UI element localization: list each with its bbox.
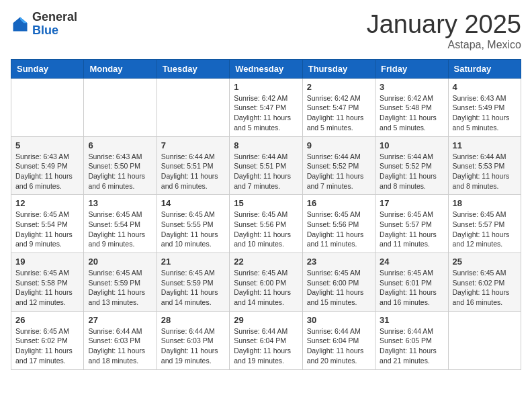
- calendar-week-2: 5Sunrise: 6:43 AMSunset: 5:49 PMDaylight…: [11, 136, 521, 195]
- calendar-cell: 14Sunrise: 6:45 AMSunset: 5:55 PMDayligh…: [157, 195, 229, 253]
- day-number: 21: [161, 257, 225, 267]
- weekday-header-tuesday: Tuesday: [157, 59, 229, 78]
- weekday-header-monday: Monday: [84, 59, 157, 78]
- day-info: Sunrise: 6:43 AMSunset: 5:49 PMDaylight:…: [453, 93, 517, 133]
- logo-blue-text: Blue: [32, 24, 58, 37]
- title-block: January 2025 Astapa, Mexico: [367, 11, 521, 51]
- calendar-cell: 6Sunrise: 6:43 AMSunset: 5:50 PMDaylight…: [84, 136, 157, 195]
- day-info: Sunrise: 6:45 AMSunset: 5:54 PMDaylight:…: [88, 210, 152, 249]
- calendar-cell: 13Sunrise: 6:45 AMSunset: 5:54 PMDayligh…: [84, 195, 157, 253]
- calendar-cell: 8Sunrise: 6:44 AMSunset: 5:51 PMDaylight…: [230, 136, 302, 195]
- calendar-cell: 20Sunrise: 6:45 AMSunset: 5:59 PMDayligh…: [84, 253, 157, 312]
- day-info: Sunrise: 6:45 AMSunset: 5:55 PMDaylight:…: [161, 210, 225, 249]
- calendar-cell: 1Sunrise: 6:42 AMSunset: 5:47 PMDaylight…: [230, 78, 302, 136]
- weekday-header-friday: Friday: [375, 59, 448, 78]
- day-info: Sunrise: 6:45 AMSunset: 5:58 PMDaylight:…: [15, 268, 79, 308]
- calendar-header-row: SundayMondayTuesdayWednesdayThursdayFrid…: [11, 59, 521, 78]
- day-info: Sunrise: 6:43 AMSunset: 5:49 PMDaylight:…: [15, 152, 79, 191]
- day-info: Sunrise: 6:44 AMSunset: 5:52 PMDaylight:…: [307, 152, 371, 191]
- calendar-cell: [448, 311, 521, 369]
- calendar-table: SundayMondayTuesdayWednesdayThursdayFrid…: [11, 59, 521, 370]
- day-info: Sunrise: 6:45 AMSunset: 5:59 PMDaylight:…: [161, 268, 225, 308]
- calendar-cell: 25Sunrise: 6:45 AMSunset: 6:02 PMDayligh…: [448, 253, 521, 312]
- day-info: Sunrise: 6:45 AMSunset: 6:02 PMDaylight:…: [453, 268, 517, 308]
- day-number: 17: [380, 198, 443, 208]
- calendar-cell: [11, 78, 84, 136]
- day-info: Sunrise: 6:45 AMSunset: 5:56 PMDaylight:…: [307, 210, 371, 249]
- day-number: 28: [161, 315, 225, 325]
- calendar-cell: 3Sunrise: 6:42 AMSunset: 5:48 PMDaylight…: [375, 78, 448, 136]
- logo: General Blue: [11, 11, 77, 38]
- calendar-week-1: 1Sunrise: 6:42 AMSunset: 5:47 PMDaylight…: [11, 78, 521, 136]
- day-info: Sunrise: 6:44 AMSunset: 6:05 PMDaylight:…: [380, 326, 443, 366]
- day-info: Sunrise: 6:45 AMSunset: 6:00 PMDaylight:…: [307, 268, 371, 308]
- day-number: 1: [234, 82, 298, 92]
- calendar-week-5: 26Sunrise: 6:45 AMSunset: 6:02 PMDayligh…: [11, 311, 521, 369]
- day-info: Sunrise: 6:45 AMSunset: 5:57 PMDaylight:…: [380, 210, 443, 249]
- calendar-cell: [84, 78, 157, 136]
- day-info: Sunrise: 6:44 AMSunset: 5:53 PMDaylight:…: [453, 152, 517, 191]
- calendar-cell: 9Sunrise: 6:44 AMSunset: 5:52 PMDaylight…: [302, 136, 375, 195]
- calendar-cell: 5Sunrise: 6:43 AMSunset: 5:49 PMDaylight…: [11, 136, 84, 195]
- weekday-header-sunday: Sunday: [11, 59, 84, 78]
- day-number: 11: [453, 140, 517, 150]
- day-info: Sunrise: 6:45 AMSunset: 5:54 PMDaylight:…: [15, 210, 79, 249]
- day-number: 30: [307, 315, 371, 325]
- logo-icon: [11, 15, 30, 34]
- day-number: 29: [234, 315, 298, 325]
- calendar-cell: [157, 78, 229, 136]
- weekday-header-thursday: Thursday: [302, 59, 375, 78]
- calendar-cell: 17Sunrise: 6:45 AMSunset: 5:57 PMDayligh…: [375, 195, 448, 253]
- day-info: Sunrise: 6:44 AMSunset: 5:52 PMDaylight:…: [380, 152, 443, 191]
- day-info: Sunrise: 6:43 AMSunset: 5:50 PMDaylight:…: [88, 152, 152, 191]
- day-number: 12: [15, 198, 79, 208]
- day-number: 13: [88, 198, 152, 208]
- day-info: Sunrise: 6:45 AMSunset: 6:02 PMDaylight:…: [15, 326, 79, 366]
- calendar-cell: 29Sunrise: 6:44 AMSunset: 6:04 PMDayligh…: [230, 311, 302, 369]
- day-info: Sunrise: 6:42 AMSunset: 5:48 PMDaylight:…: [380, 93, 443, 133]
- day-info: Sunrise: 6:44 AMSunset: 6:04 PMDaylight:…: [234, 326, 298, 366]
- day-info: Sunrise: 6:42 AMSunset: 5:47 PMDaylight:…: [234, 93, 298, 133]
- calendar-cell: 26Sunrise: 6:45 AMSunset: 6:02 PMDayligh…: [11, 311, 84, 369]
- calendar-cell: 2Sunrise: 6:42 AMSunset: 5:47 PMDaylight…: [302, 78, 375, 136]
- day-number: 27: [88, 315, 152, 325]
- day-number: 23: [307, 257, 371, 267]
- day-info: Sunrise: 6:44 AMSunset: 6:04 PMDaylight:…: [307, 326, 371, 366]
- day-info: Sunrise: 6:42 AMSunset: 5:47 PMDaylight:…: [307, 93, 371, 133]
- calendar-cell: 18Sunrise: 6:45 AMSunset: 5:57 PMDayligh…: [448, 195, 521, 253]
- day-number: 8: [234, 140, 298, 150]
- calendar-cell: 22Sunrise: 6:45 AMSunset: 6:00 PMDayligh…: [230, 253, 302, 312]
- calendar-cell: 21Sunrise: 6:45 AMSunset: 5:59 PMDayligh…: [157, 253, 229, 312]
- day-number: 7: [161, 140, 225, 150]
- day-number: 14: [161, 198, 225, 208]
- weekday-header-wednesday: Wednesday: [230, 59, 302, 78]
- page-header: General Blue January 2025 Astapa, Mexico: [11, 11, 521, 51]
- day-info: Sunrise: 6:45 AMSunset: 6:01 PMDaylight:…: [380, 268, 443, 308]
- day-number: 15: [234, 198, 298, 208]
- day-info: Sunrise: 6:45 AMSunset: 5:56 PMDaylight:…: [234, 210, 298, 249]
- logo-general-text: General: [32, 10, 77, 24]
- day-number: 20: [88, 257, 152, 267]
- day-number: 10: [380, 140, 443, 150]
- calendar-cell: 12Sunrise: 6:45 AMSunset: 5:54 PMDayligh…: [11, 195, 84, 253]
- day-number: 4: [453, 82, 517, 92]
- day-info: Sunrise: 6:44 AMSunset: 6:03 PMDaylight:…: [88, 326, 152, 366]
- day-number: 22: [234, 257, 298, 267]
- day-number: 24: [380, 257, 443, 267]
- day-number: 26: [15, 315, 79, 325]
- calendar-cell: 10Sunrise: 6:44 AMSunset: 5:52 PMDayligh…: [375, 136, 448, 195]
- calendar-cell: 28Sunrise: 6:44 AMSunset: 6:03 PMDayligh…: [157, 311, 229, 369]
- day-number: 25: [453, 257, 517, 267]
- calendar-cell: 7Sunrise: 6:44 AMSunset: 5:51 PMDaylight…: [157, 136, 229, 195]
- calendar-cell: 19Sunrise: 6:45 AMSunset: 5:58 PMDayligh…: [11, 253, 84, 312]
- day-info: Sunrise: 6:44 AMSunset: 6:03 PMDaylight:…: [161, 326, 225, 366]
- location-subtitle: Astapa, Mexico: [367, 39, 521, 51]
- day-number: 18: [453, 198, 517, 208]
- calendar-cell: 24Sunrise: 6:45 AMSunset: 6:01 PMDayligh…: [375, 253, 448, 312]
- day-info: Sunrise: 6:44 AMSunset: 5:51 PMDaylight:…: [234, 152, 298, 191]
- day-number: 5: [15, 140, 79, 150]
- day-info: Sunrise: 6:45 AMSunset: 6:00 PMDaylight:…: [234, 268, 298, 308]
- day-number: 19: [15, 257, 79, 267]
- day-number: 6: [88, 140, 152, 150]
- calendar-cell: 11Sunrise: 6:44 AMSunset: 5:53 PMDayligh…: [448, 136, 521, 195]
